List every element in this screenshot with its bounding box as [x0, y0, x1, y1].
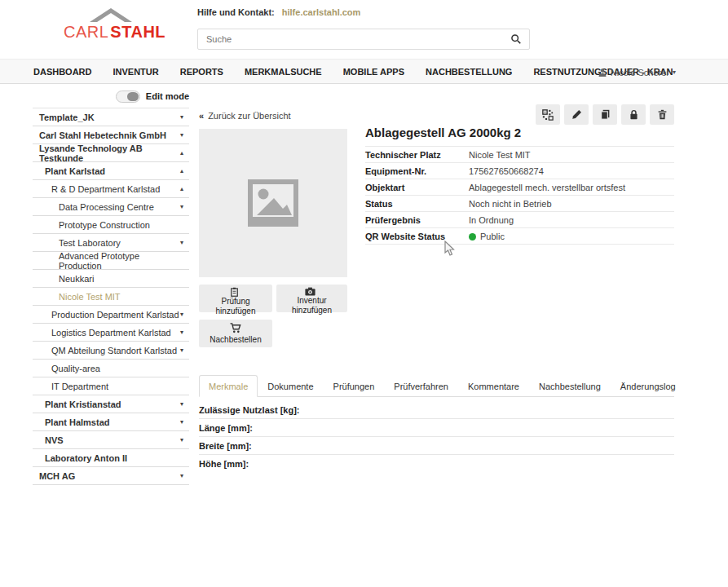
toggle-knob — [127, 92, 139, 101]
carl-stahl-logo[interactable]: CARLSTAHL — [64, 8, 158, 42]
equipment-image-placeholder — [199, 129, 347, 277]
sidebar-item-production-department[interactable]: Production Department Karlstad▾ — [33, 306, 189, 324]
search-input[interactable] — [198, 34, 510, 44]
trash-icon — [657, 109, 668, 120]
qr-code-button[interactable] — [536, 104, 560, 125]
sidebar-item-prototype-construction[interactable]: Prototype Construction — [33, 216, 189, 234]
user-menu[interactable]: Nicole Scherer ▾ — [598, 60, 676, 85]
tab-aenderungslog[interactable]: Änderungslog — [611, 375, 686, 397]
reorder-button[interactable]: Nachbestellen — [199, 320, 272, 347]
lock-icon — [629, 109, 639, 120]
page: CARLSTAHL Hilfe und Kontakt: hilfe.carls… — [0, 0, 728, 587]
sidebar-item-qm-abteilung[interactable]: QM Abteilung Standort Karlstad▾ — [33, 342, 189, 360]
logo-wordmark: CARLSTAHL — [64, 23, 158, 42]
detail-row-technischer-platz: Technischer Platz Nicole Test MIT — [365, 147, 674, 163]
nav-merkmalsuche[interactable]: MERKMALSUCHE — [234, 67, 333, 77]
delete-button[interactable] — [650, 104, 674, 125]
chevron-up-icon[interactable]: ▴ — [180, 185, 183, 192]
edit-mode-toggle[interactable] — [116, 90, 140, 103]
sidebar-item-plant-karlstad[interactable]: Plant Karlstad▴ — [33, 162, 189, 180]
chevron-up-icon[interactable]: ▴ — [180, 167, 183, 174]
chevron-down-icon[interactable]: ▾ — [180, 436, 183, 444]
tab-dokumente[interactable]: Dokumente — [258, 375, 323, 397]
double-chevron-left-icon: « — [199, 111, 204, 121]
help-label: Hilfe und Kontakt: — [197, 7, 275, 17]
chevron-down-icon[interactable]: ▾ — [180, 113, 183, 121]
header: CARLSTAHL Hilfe und Kontakt: hilfe.carls… — [0, 0, 728, 58]
sidebar-item-nicole-test-mit[interactable]: Nicole Test MIT — [33, 288, 189, 306]
chevron-down-icon[interactable]: ▾ — [180, 400, 183, 408]
tab-kommentare[interactable]: Kommentare — [458, 375, 529, 397]
help-link[interactable]: hilfe.carlstahl.com — [282, 7, 361, 17]
sidebar-item-neukkari[interactable]: Neukkari — [33, 270, 189, 288]
search-icon[interactable] — [510, 33, 522, 45]
chevron-down-icon[interactable]: ▾ — [180, 472, 183, 479]
attribute-hoehe: Höhe [mm]: — [199, 455, 674, 473]
chevron-down-icon[interactable]: ▾ — [180, 131, 183, 139]
nav-nachbestellung[interactable]: NACHBESTELLUNG — [415, 67, 523, 77]
nav-mobile-apps[interactable]: MOBILE APPS — [333, 67, 415, 77]
image-placeholder-icon — [246, 178, 300, 228]
lock-button[interactable] — [621, 104, 646, 125]
user-name: Nicole Scherer — [611, 68, 669, 77]
chevron-down-icon[interactable]: ▾ — [180, 346, 183, 354]
add-inventory-button[interactable]: Inventur hinzufügen — [276, 285, 347, 312]
tab-bar: Merkmale Dokumente Prüfungen Prüfverfahr… — [199, 375, 674, 397]
chevron-down-icon[interactable]: ▾ — [180, 311, 183, 318]
cart-icon — [230, 323, 241, 333]
clipboard-icon — [230, 287, 239, 297]
chevron-down-icon[interactable]: ▾ — [180, 329, 183, 336]
nav-reports[interactable]: REPORTS — [170, 67, 234, 77]
edit-mode-row: Edit mode — [33, 86, 189, 106]
sidebar-item-nvs[interactable]: NVS▾ — [33, 431, 189, 449]
qr-code-icon — [542, 109, 554, 121]
status-badge: Public — [480, 232, 505, 241]
sidebar-item-template-jk[interactable]: Template_JK▾ — [33, 108, 189, 126]
chevron-down-icon[interactable]: ▾ — [180, 239, 183, 246]
sidebar-item-rd-department[interactable]: R & D Department Karlstad▴ — [33, 180, 189, 198]
detail-row-qr-website-status: QR Website Status Public — [365, 228, 674, 245]
equipment-details: Ablagegestell AG 2000kg 2 Technischer Pl… — [365, 126, 674, 245]
sidebar-item-it-department[interactable]: IT Department — [33, 377, 189, 395]
tab-pruefungen[interactable]: Prüfungen — [324, 375, 385, 397]
tab-pruefverfahren[interactable]: Prüfverfahren — [384, 375, 458, 397]
edit-button[interactable] — [564, 104, 589, 125]
tab-nachbestellung[interactable]: Nachbestellung — [529, 375, 611, 397]
sidebar-item-quality-area[interactable]: Quality-area — [33, 360, 189, 377]
chevron-down-icon[interactable]: ▾ — [180, 418, 183, 426]
search-box — [197, 29, 530, 50]
sidebar-item-advanced-prototype-production[interactable]: Advanced Prototype Production — [33, 252, 189, 270]
attribute-zulaessige-nutzlast: Zulässige Nutzlast [kg]: — [199, 401, 674, 419]
copy-button[interactable] — [593, 104, 617, 125]
chevron-up-icon[interactable]: ▴ — [180, 149, 183, 157]
help-and-contact: Hilfe und Kontakt: hilfe.carlstahl.com — [197, 7, 360, 17]
tab-merkmale[interactable]: Merkmale — [199, 375, 258, 397]
sidebar-item-carl-stahl-hebetechnik[interactable]: Carl Stahl Hebetechnik GmbH▾ — [33, 126, 189, 144]
back-to-overview-link[interactable]: «Zurück zur Übersicht — [199, 111, 291, 121]
add-inspection-button[interactable]: Prüfung hinzufügen — [199, 285, 272, 312]
nav-inventur[interactable]: INVENTUR — [103, 67, 170, 77]
sidebar-item-laboratory-anton-ii[interactable]: Laboratory Anton II — [33, 449, 189, 467]
sidebar-item-plant-halmstad[interactable]: Plant Halmstad▾ — [33, 413, 189, 431]
detail-row-equipment-nr: Equipment-Nr. 175627650668274 — [365, 163, 674, 179]
sidebar-item-mch-ag[interactable]: MCH AG▾ — [33, 467, 189, 485]
copy-icon — [600, 109, 611, 120]
sidebar: Edit mode Template_JK▾ Carl Stahl Hebete… — [33, 86, 189, 485]
attribute-laenge: Länge [mm]: — [199, 419, 674, 437]
page-title: Ablagegestell AG 2000kg 2 — [365, 126, 674, 139]
sidebar-item-data-processing-centre[interactable]: Data Processing Centre▾ — [33, 198, 189, 216]
sidebar-item-logistics-department[interactable]: Logistics Department Karlstad▾ — [33, 324, 189, 342]
chevron-down-icon[interactable]: ▾ — [180, 203, 183, 210]
pencil-icon — [571, 109, 582, 120]
person-icon — [598, 68, 607, 77]
chevron-down-icon: ▾ — [673, 68, 676, 76]
sidebar-item-plant-kristianstad[interactable]: Plant Kristianstad▾ — [33, 395, 189, 413]
detail-row-pruefergebnis: Prüfergebnis In Ordnung — [365, 212, 674, 228]
detail-row-status: Status Noch nicht in Betrieb — [365, 196, 674, 212]
nav-dashboard[interactable]: DASHBOARD — [23, 67, 103, 77]
details-table: Technischer Platz Nicole Test MIT Equipm… — [365, 146, 674, 245]
sidebar-item-test-laboratory[interactable]: Test Laboratory▾ — [33, 234, 189, 252]
sidebar-item-lysande-technology[interactable]: Lysande Technology AB Testkunde▴ — [33, 144, 189, 162]
main-nav: DASHBOARD INVENTUR REPORTS MERKMALSUCHE … — [0, 59, 728, 84]
action-toolbar — [536, 104, 674, 125]
